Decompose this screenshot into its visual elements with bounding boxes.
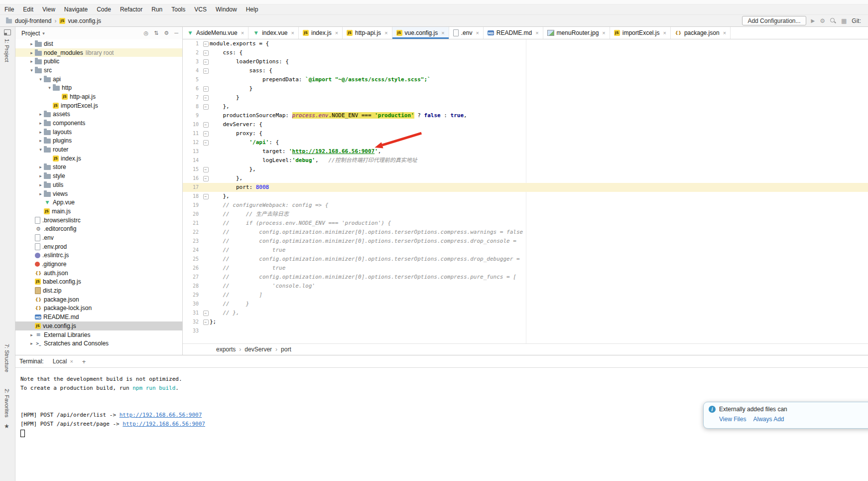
tree-item-.env.prod[interactable]: .env.prod xyxy=(15,242,182,251)
tree-item-.env[interactable]: .env xyxy=(15,233,182,242)
always-add-link[interactable]: Always Add xyxy=(753,416,784,423)
fold-marker[interactable]: − xyxy=(202,41,210,47)
code-line[interactable]: 4− sass: { xyxy=(183,66,868,75)
tree-item-components[interactable]: ▸components xyxy=(15,119,182,128)
chevron-right-icon[interactable]: ▸ xyxy=(37,130,44,135)
tree-item-vue.config.js[interactable]: JSvue.config.js xyxy=(15,321,182,330)
fold-minus-icon[interactable]: − xyxy=(203,131,209,137)
chevron-right-icon[interactable]: ▸ xyxy=(37,138,44,143)
code-line[interactable]: 29 // ] xyxy=(183,291,868,300)
gear-icon[interactable]: ⚙ xyxy=(164,30,169,36)
fold-marker[interactable]: − xyxy=(202,50,210,56)
new-terminal-icon[interactable]: + xyxy=(82,358,86,365)
chevron-down-icon[interactable]: ▾ xyxy=(37,77,44,82)
fold-marker[interactable]: − xyxy=(202,176,210,181)
chevron-right-icon[interactable]: ▸ xyxy=(37,164,44,169)
tree-item-package-lock.json[interactable]: {}package-lock.json xyxy=(15,304,182,313)
code-line[interactable]: 11− proxy: { xyxy=(183,129,868,138)
menu-item-view[interactable]: View xyxy=(38,6,60,13)
code-line[interactable]: 1−module.exports = { xyxy=(183,39,868,48)
favorites-star-icon[interactable]: ★ xyxy=(4,423,9,430)
chevron-down-icon[interactable]: ▾ xyxy=(28,68,35,73)
editor-tab-README.md[interactable]: MDREADME.md× xyxy=(484,27,543,39)
code-line[interactable]: 8− }, xyxy=(183,102,868,111)
terminal-link[interactable]: http://192.168.66.56:9007 xyxy=(120,412,202,418)
tree-item-store[interactable]: ▸store xyxy=(15,163,182,172)
menu-item-code[interactable]: Code xyxy=(92,6,116,13)
tree-item-Scratches and Consoles[interactable]: ▸>_Scratches and Consoles xyxy=(15,339,182,348)
code-line[interactable]: 6− } xyxy=(183,84,868,93)
menu-item-refactor[interactable]: Refactor xyxy=(116,6,147,13)
code-line[interactable]: 25 // config.optimization.minimizer[0].o… xyxy=(183,255,868,264)
editor-tab-menuRouter.jpg[interactable]: menuRouter.jpg× xyxy=(543,27,610,39)
code-line[interactable]: 15− }, xyxy=(183,165,868,174)
code-line[interactable]: 18− }, xyxy=(183,192,868,201)
code-line[interactable]: 5 prependData: `@import "~@/assets/scss/… xyxy=(183,75,868,84)
editor-tab-index.js[interactable]: JSindex.js× xyxy=(299,27,343,39)
fold-marker[interactable]: − xyxy=(202,122,210,128)
menu-item-tools[interactable]: Tools xyxy=(167,6,190,13)
close-icon[interactable]: × xyxy=(241,30,244,36)
view-files-link[interactable]: View Files xyxy=(719,416,746,423)
code-line[interactable]: 24 // true xyxy=(183,246,868,255)
chevron-right-icon[interactable]: ▸ xyxy=(37,173,44,178)
close-icon[interactable]: × xyxy=(441,30,444,36)
editor-tab-vue.config.js[interactable]: JSvue.config.js× xyxy=(392,27,449,39)
menu-item-run[interactable]: Run xyxy=(147,6,167,13)
fold-minus-icon[interactable]: − xyxy=(203,41,209,47)
fold-marker[interactable]: − xyxy=(202,95,210,101)
tree-item-public[interactable]: ▸public xyxy=(15,57,182,66)
code-line[interactable]: 10− devServer: { xyxy=(183,120,868,129)
tree-item-importExcel.js[interactable]: JSimportExcel.js xyxy=(15,101,182,110)
add-configuration-button[interactable]: Add Configuration... xyxy=(742,16,806,25)
chevron-right-icon[interactable]: ▸ xyxy=(28,50,35,55)
menu-item-vcs[interactable]: VCS xyxy=(190,6,211,13)
tree-item-dist[interactable]: ▸dist xyxy=(15,39,182,48)
code-line[interactable]: 27 // config.optimization.minimizer[0].o… xyxy=(183,273,868,282)
tree-item-router[interactable]: ▾router xyxy=(15,145,182,154)
tree-item-.gitignore[interactable]: .gitignore xyxy=(15,260,182,269)
code-line[interactable]: 16− }, xyxy=(183,174,868,183)
tree-item-babel.config.js[interactable]: JSbabel.config.js xyxy=(15,278,182,287)
tree-item-.editorconfig[interactable]: ⚙.editorconfig xyxy=(15,224,182,233)
tree-item-main.js[interactable]: JSmain.js xyxy=(15,207,182,216)
tree-item-http[interactable]: ▾http xyxy=(15,83,182,92)
code-line[interactable]: 17 port: 8008 xyxy=(183,183,868,192)
fold-minus-icon[interactable]: − xyxy=(203,140,209,146)
fold-minus-icon[interactable]: − xyxy=(203,95,209,101)
code-line[interactable]: 13 target: 'http://192.168.66.56:9007', xyxy=(183,147,868,156)
fold-marker[interactable]: − xyxy=(202,68,210,74)
fold-minus-icon[interactable]: − xyxy=(203,311,209,316)
fold-minus-icon[interactable]: − xyxy=(203,86,209,92)
editor-tab-http-api.js[interactable]: JShttp-api.js× xyxy=(343,27,392,39)
chevron-right-icon[interactable]: ▸ xyxy=(28,341,35,346)
project-panel-title[interactable]: Project xyxy=(21,30,40,37)
fold-marker[interactable]: − xyxy=(202,59,210,65)
chevron-down-icon[interactable]: ▾ xyxy=(37,147,44,152)
editor-tab-AsideMenu.vue[interactable]: ▼AsideMenu.vue× xyxy=(183,27,248,39)
menu-item-edit[interactable]: Edit xyxy=(18,6,38,13)
run-icon[interactable]: ▶ xyxy=(811,18,815,23)
chevron-right-icon[interactable]: ▸ xyxy=(28,41,35,46)
fold-minus-icon[interactable]: − xyxy=(203,122,209,128)
code-line[interactable]: 12− '/api': { xyxy=(183,138,868,147)
code-line[interactable]: 32−}; xyxy=(183,318,868,326)
tree-item-External Libraries[interactable]: ▸≡External Libraries xyxy=(15,330,182,339)
settings-gear-icon[interactable]: ⚙ xyxy=(820,17,825,24)
tree-item-index.js[interactable]: JSindex.js xyxy=(15,154,182,163)
close-icon[interactable]: × xyxy=(70,358,73,364)
editor-breadcrumb-exports[interactable]: exports xyxy=(216,346,236,353)
tree-item-dist.zip[interactable]: dist.zip xyxy=(15,286,182,295)
search-icon[interactable] xyxy=(830,18,836,24)
fold-minus-icon[interactable]: − xyxy=(203,320,209,325)
tree-item-http-api.js[interactable]: JShttp-api.js xyxy=(15,92,182,101)
code-line[interactable]: 31− // }, xyxy=(183,309,868,318)
close-icon[interactable]: × xyxy=(335,30,338,36)
fold-minus-icon[interactable]: − xyxy=(203,176,209,181)
hide-panel-icon[interactable]: ─ xyxy=(174,30,178,36)
close-icon[interactable]: × xyxy=(291,30,294,36)
layout-grid-icon[interactable]: ▦ xyxy=(841,17,847,24)
tree-item-package.json[interactable]: {}package.json xyxy=(15,295,182,304)
project-toolwindow-icon[interactable] xyxy=(4,29,11,35)
editor-tab-importExcel.js[interactable]: JSimportExcel.js× xyxy=(610,27,671,39)
